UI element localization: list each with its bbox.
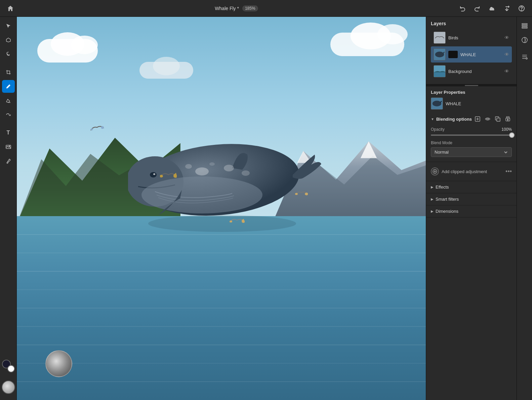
panel-icon-properties[interactable] <box>518 50 531 63</box>
help-button[interactable] <box>517 3 527 13</box>
dimensions-section[interactable]: ▶ Dimensions <box>426 205 517 217</box>
cloud-1 <box>37 32 111 63</box>
tool-eraser[interactable] <box>2 94 15 107</box>
svg-rect-60 <box>522 24 527 25</box>
svg-point-33 <box>148 215 296 232</box>
divider-handle[interactable] <box>465 85 478 86</box>
canvas-image <box>17 17 426 400</box>
panel-icon-adjustments[interactable] <box>518 34 531 46</box>
effects-header: ▶ Effects <box>431 185 512 190</box>
layer-item-whale[interactable]: WHALE 👁 <box>431 46 512 63</box>
svg-point-48 <box>433 101 441 107</box>
svg-point-25 <box>150 172 157 177</box>
svg-point-6 <box>9 146 9 147</box>
layer-visibility-background[interactable]: 👁 <box>504 69 509 74</box>
bird-4 <box>160 170 177 182</box>
blend-mode-row: Blend Mode Normal <box>431 141 512 157</box>
whale-svg <box>128 128 323 235</box>
svg-point-52 <box>487 118 489 120</box>
canvas-area[interactable] <box>17 17 426 400</box>
svg-rect-46 <box>434 72 446 77</box>
document-title: Whale Fly * <box>215 6 239 11</box>
right-panel: Layers Birds 👁 <box>426 17 517 400</box>
layer-props-name: WHALE <box>446 101 461 106</box>
opacity-value: 100% <box>501 127 512 132</box>
layers-title: Layers <box>431 21 512 26</box>
redo-button[interactable] <box>472 3 482 13</box>
svg-point-28 <box>195 167 209 175</box>
effects-arrow: ▶ <box>431 185 434 189</box>
layer-name-whale: WHALE <box>460 52 502 57</box>
layer-visibility-whale[interactable]: 👁 <box>504 52 509 57</box>
cloud-button[interactable] <box>487 3 497 13</box>
blending-title-toggle[interactable]: ▼ Blending options <box>431 117 472 122</box>
svg-point-26 <box>153 173 155 175</box>
visibility-toggle[interactable] <box>484 115 492 123</box>
layer-thumb-whale <box>434 48 446 61</box>
add-clip-icon <box>431 167 439 175</box>
tool-crop[interactable] <box>2 66 15 79</box>
add-blending-button[interactable] <box>474 115 482 123</box>
layer-name-birds: Birds <box>448 35 502 40</box>
tool-eyedropper[interactable] <box>2 155 15 167</box>
tool-transform[interactable] <box>2 34 15 46</box>
blend-mode-label: Blend Mode <box>431 141 512 145</box>
layer-props-thumb-row: WHALE <box>431 97 512 110</box>
layer-visibility-birds[interactable]: 👁 <box>504 35 509 40</box>
tool-lasso[interactable] <box>2 48 15 61</box>
layer-item-birds[interactable]: Birds 👁 <box>431 30 512 46</box>
svg-point-32 <box>209 162 215 166</box>
effects-section[interactable]: ▶ Effects <box>426 181 517 193</box>
main-area: T <box>0 17 532 400</box>
cloud-3 <box>139 55 200 79</box>
whale-icon-badge <box>448 51 458 58</box>
home-button[interactable] <box>5 3 15 13</box>
layer-link-button[interactable] <box>504 115 512 123</box>
svg-point-1 <box>522 10 522 10</box>
svg-point-30 <box>242 170 250 176</box>
opacity-fill <box>431 134 512 136</box>
dimensions-arrow: ▶ <box>431 209 434 213</box>
svg-point-67 <box>526 58 527 59</box>
layer-name-background: Background <box>448 69 502 74</box>
add-clip-button[interactable]: Add clipped adjustment <box>431 165 487 177</box>
layer-merge-button[interactable] <box>494 115 502 123</box>
top-bar-right <box>457 3 527 13</box>
panel-icon-layers[interactable] <box>518 19 531 32</box>
bird-2 <box>230 216 245 226</box>
tool-select[interactable] <box>2 19 15 32</box>
opacity-thumb[interactable] <box>509 132 515 138</box>
tool-image[interactable] <box>2 141 15 153</box>
layer-properties-header: Layer Properties WHALE <box>426 86 517 112</box>
tool-type[interactable]: T <box>2 126 15 139</box>
blend-mode-dropdown[interactable]: Normal <box>431 147 512 157</box>
left-toolbar: T <box>0 17 17 400</box>
share-button[interactable] <box>502 3 512 13</box>
tool-smudge[interactable] <box>2 108 15 121</box>
opacity-label: Opacity <box>431 127 445 132</box>
brush-preview[interactable] <box>2 381 15 394</box>
more-options-button[interactable]: ••• <box>505 168 512 175</box>
opacity-track <box>431 134 512 136</box>
undo-button[interactable] <box>457 3 467 13</box>
layers-panel: Layers Birds 👁 <box>426 17 517 84</box>
svg-rect-54 <box>497 118 500 121</box>
svg-marker-2 <box>6 38 10 42</box>
top-bar: Whale Fly * 185% <box>0 0 532 17</box>
svg-point-56 <box>507 119 508 120</box>
svg-point-27 <box>141 176 262 213</box>
bird-3 <box>295 189 308 199</box>
add-clip-section: Add clipped adjustment ••• <box>426 162 517 181</box>
blending-section: ▼ Blending options <box>426 112 517 162</box>
opacity-slider[interactable] <box>431 134 512 136</box>
zoom-level[interactable]: 185% <box>242 5 258 11</box>
layer-props-thumb <box>431 97 443 110</box>
svg-point-29 <box>224 165 234 171</box>
smart-filters-section[interactable]: ▶ Smart filters <box>426 193 517 205</box>
background-color[interactable] <box>7 365 15 372</box>
right-panel-icon-strip <box>517 17 532 400</box>
tool-brush[interactable] <box>2 80 15 93</box>
smart-filters-arrow: ▶ <box>431 197 434 201</box>
layer-item-background[interactable]: Background 👁 <box>431 63 512 79</box>
svg-rect-62 <box>522 27 527 28</box>
